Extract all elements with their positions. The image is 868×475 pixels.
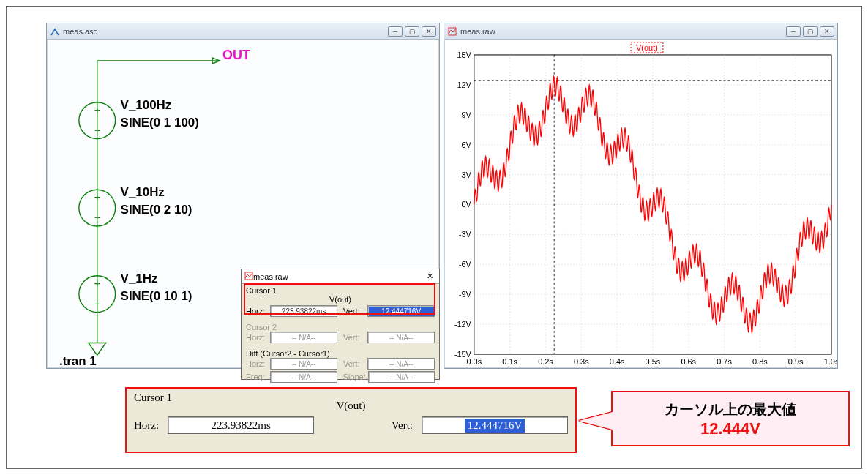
diff-slope-field[interactable]: -- N/A--: [368, 371, 435, 383]
enlarged-signal: V(out): [134, 400, 568, 412]
schematic-title: meas.asc: [63, 27, 97, 36]
waveform-title: meas.raw: [460, 27, 495, 36]
svg-text:0.9s: 0.9s: [788, 357, 804, 366]
trace-label: V(out): [636, 43, 658, 52]
cursor-dialog-title: meas.raw: [253, 272, 288, 281]
diff-label: Diff (Cursor2 - Cursor1): [246, 349, 435, 358]
svg-text:+: +: [94, 191, 100, 203]
svg-text:-3V: -3V: [459, 230, 472, 239]
cursor-diff-group: Diff (Cursor2 - Cursor1) Horz: -- N/A-- …: [244, 348, 436, 386]
cursor2-vert-label: Vert:: [343, 333, 364, 342]
cursor1-label: Cursor 1: [246, 286, 435, 295]
close-button[interactable]: ✕: [820, 26, 834, 37]
waveform-window: meas.raw ─ ▢ ✕ V(out) 15V12V9V6V3V0V-3V-…: [444, 23, 838, 369]
svg-text:0.5s: 0.5s: [646, 357, 661, 366]
src1-name: V_100Hz: [121, 98, 172, 112]
waveform-canvas[interactable]: V(out) 15V12V9V6V3V0V-3V-6V-9V-12V-15V 0…: [445, 40, 837, 367]
cursor1-vert-label: Vert:: [343, 307, 364, 315]
cursor2-horz-label: Horz:: [246, 333, 267, 342]
svg-text:-12V: -12V: [454, 320, 472, 329]
diff-horz-label: Horz:: [246, 359, 267, 368]
ltspice-schematic-icon: [50, 26, 60, 37]
enlarged-vert-field: 12.444716V: [422, 416, 568, 434]
waveform-titlebar[interactable]: meas.raw ─ ▢ ✕: [444, 23, 837, 40]
callout-line1: カーソル上の最大値: [665, 400, 796, 419]
schematic-titlebar[interactable]: meas.asc ─ ▢ ✕: [47, 23, 439, 40]
cursor2-horz-field[interactable]: -- N/A--: [270, 332, 337, 343]
svg-text:1.0s: 1.0s: [824, 357, 837, 366]
svg-text:15V: 15V: [457, 51, 471, 59]
src2-value: SINE(0 2 10): [121, 203, 192, 217]
svg-text:0.6s: 0.6s: [681, 357, 696, 366]
diff-vert-field[interactable]: -- N/A--: [367, 358, 435, 370]
close-button[interactable]: ✕: [422, 26, 436, 37]
svg-text:0.8s: 0.8s: [752, 357, 768, 366]
src2-name: V_10Hz: [121, 185, 165, 199]
minimize-button[interactable]: ─: [786, 26, 801, 37]
svg-text:0.7s: 0.7s: [717, 357, 732, 366]
diff-freq-field[interactable]: -- N/A--: [270, 371, 337, 383]
cursor-dialog-close-button[interactable]: ✕: [423, 272, 436, 282]
svg-text:0.4s: 0.4s: [610, 357, 625, 366]
svg-text:12V: 12V: [457, 81, 471, 89]
diff-vert-label: Vert:: [343, 359, 364, 368]
svg-text:0V: 0V: [461, 200, 471, 209]
enlarged-horz-field: 223.93822ms: [168, 416, 314, 434]
maximize-button[interactable]: ▢: [803, 26, 818, 37]
src3-name: V_1Hz: [121, 272, 158, 285]
svg-text:+: +: [94, 104, 100, 116]
minimize-button[interactable]: ─: [388, 26, 403, 37]
svg-text:6V: 6V: [461, 141, 471, 149]
enlarged-cursor1-panel: Cursor 1 V(out) Horz: 223.93822ms Vert: …: [125, 387, 577, 453]
cursor1-vert-field[interactable]: 12.444716V: [367, 305, 435, 317]
svg-text:−: −: [94, 212, 100, 223]
cursor1-horz-field[interactable]: 223.93822ms: [270, 305, 337, 317]
svg-text:+: +: [94, 277, 100, 289]
ltspice-plot-icon: [244, 272, 253, 282]
tran-directive: .tran 1: [59, 354, 97, 367]
svg-text:−: −: [94, 298, 100, 310]
src3-value: SINE(0 10 1): [121, 289, 192, 303]
svg-text:0.3s: 0.3s: [574, 357, 589, 366]
cursor1-signal: V(out): [246, 295, 435, 304]
cursor-dialog-titlebar[interactable]: meas.raw ✕: [242, 269, 439, 284]
svg-text:0.2s: 0.2s: [538, 357, 553, 366]
callout-pointer: [579, 412, 613, 430]
enlarged-horz-label: Horz:: [134, 419, 159, 432]
svg-text:−: −: [94, 124, 100, 136]
cursor2-vert-field[interactable]: -- N/A--: [367, 332, 435, 343]
src1-value: SINE(0 1 100): [121, 116, 199, 130]
svg-text:9V: 9V: [461, 111, 471, 119]
cursor1-group: Cursor 1 V(out) Horz: 223.93822ms Vert: …: [244, 285, 436, 321]
svg-text:-9V: -9V: [459, 290, 472, 299]
net-label-out: OUT: [222, 48, 250, 62]
callout-line2: 12.444V: [700, 419, 760, 438]
svg-text:-6V: -6V: [459, 260, 472, 269]
enlarged-vert-label: Vert:: [392, 419, 413, 432]
cursor-measure-dialog[interactable]: meas.raw ✕ Cursor 1 V(out) Horz: 223.938…: [241, 269, 440, 380]
svg-text:0.0s: 0.0s: [467, 357, 482, 366]
maximize-button[interactable]: ▢: [405, 26, 419, 37]
svg-text:3V: 3V: [461, 171, 471, 179]
svg-text:0.1s: 0.1s: [502, 357, 517, 366]
cursor1-horz-label: Horz:: [246, 307, 267, 315]
diff-slope-label: Slope:: [343, 373, 365, 381]
ltspice-plot-icon: [447, 26, 457, 37]
callout-box: カーソル上の最大値 12.444V: [611, 391, 850, 446]
diff-horz-field[interactable]: -- N/A--: [270, 358, 337, 370]
cursor2-group: Cursor 2 Horz: -- N/A-- Vert: -- N/A--: [244, 322, 436, 347]
diff-freq-label: Freq:: [246, 373, 267, 381]
cursor2-label: Cursor 2: [246, 323, 435, 332]
